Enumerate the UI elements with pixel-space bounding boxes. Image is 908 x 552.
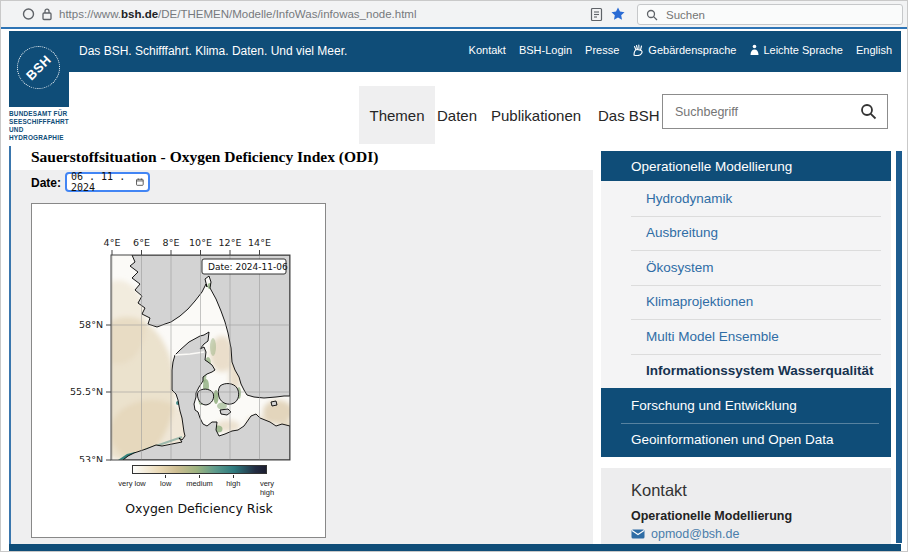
shield-permissions-icon[interactable]	[22, 7, 35, 21]
url-path: /DE/THEMEN/Modelle/InfoWas/infowas_node.…	[158, 8, 416, 20]
header-tagline: Das BSH. Schifffahrt. Klima. Daten. Und …	[79, 44, 347, 58]
odi-map-figure: Date: 2024-11-06 4°E 6°E 8°E 10°E 12°E 1…	[31, 203, 326, 538]
colorbar-title: Oxygen Deficiency Risk	[69, 501, 329, 516]
easy-language-icon	[749, 44, 760, 56]
risk-colorbar	[132, 465, 267, 474]
search-submit-icon[interactable]	[860, 103, 877, 120]
contact-email-link[interactable]: opmod@bsh.de	[631, 527, 891, 541]
top-link-english[interactable]: English	[856, 44, 892, 56]
bsh-logo-caption: BUNDESAMT FÜR SEESCHIFFFAHRT UND HYDROGR…	[9, 110, 79, 142]
browser-search-input[interactable]	[664, 8, 864, 22]
url-bar[interactable]: https://www.bsh.de/DE/THEMEN/Modelle/Inf…	[59, 8, 417, 20]
top-link-bsh-login[interactable]: BSH-Login	[519, 44, 572, 56]
svg-text:58°N: 58°N	[79, 319, 103, 330]
envelope-icon	[631, 529, 645, 539]
browser-search-field[interactable]	[637, 4, 903, 25]
top-link-presse[interactable]: Presse	[585, 44, 619, 56]
nav-tab-das-bsh[interactable]: Das BSH	[598, 86, 660, 144]
top-link-gebaerdensprache[interactable]: Gebärdensprache	[632, 44, 736, 56]
bsh-logo-text: BSH	[23, 52, 54, 83]
sidebar-bottom-sections: Forschung und Entwicklung Geoinformation…	[601, 388, 891, 457]
contact-email-text: opmod@bsh.de	[651, 527, 739, 541]
svg-text:Date: 2024-11-06: Date: 2024-11-06	[208, 262, 288, 272]
colorbar-tick	[233, 475, 234, 478]
bookmark-star-icon[interactable]	[610, 6, 626, 22]
odi-map-plot: Date: 2024-11-06 4°E 6°E 8°E 10°E 12°E 1…	[32, 204, 325, 462]
colorbar-labels: very low low medium high very high	[132, 480, 267, 498]
sidebar-header-operationelle-modellierung[interactable]: Operationelle Modellierung	[601, 151, 891, 181]
sidebar-section-geoinformationen-open-data[interactable]: Geoinformationen und Open Data	[601, 423, 891, 458]
url-domain: bsh.de	[121, 8, 158, 20]
date-label: Date:	[31, 176, 61, 190]
sidebar-item-oekosystem[interactable]: Ökosystem	[601, 250, 891, 285]
contact-box: Kontakt Operationelle Modellierung opmod…	[601, 468, 891, 544]
sidebar-item-ausbreitung[interactable]: Ausbreitung	[601, 216, 891, 251]
map-lon-axis: 4°E 6°E 8°E 10°E 12°E 14°E	[104, 237, 271, 248]
nav-tab-themen[interactable]: Themen	[359, 86, 435, 144]
top-link-kontakt[interactable]: Kontakt	[469, 44, 506, 56]
search-icon	[646, 9, 658, 21]
sign-language-icon	[632, 44, 645, 56]
lock-icon[interactable]	[41, 7, 53, 21]
svg-text:10°E: 10°E	[189, 237, 212, 248]
svg-text:6°E: 6°E	[133, 237, 150, 248]
nav-tab-publikationen[interactable]: Publikationen	[491, 86, 581, 144]
date-input[interactable]: 06 . 11 . 2024	[65, 172, 150, 192]
sidebar-item-hydrodynamik[interactable]: Hydrodynamik	[601, 181, 891, 216]
sidebar-item-multi-model-ensemble[interactable]: Multi Model Ensemble	[601, 319, 891, 354]
browser-window: https://www.bsh.de/DE/THEMEN/Modelle/Inf…	[0, 0, 908, 552]
sidebar-section-forschung-und-entwicklung[interactable]: Forschung und Entwicklung	[601, 388, 891, 423]
svg-text:53°N: 53°N	[79, 454, 103, 462]
top-link-leichte-sprache[interactable]: Leichte Sprache	[749, 44, 843, 56]
nav-tab-daten[interactable]: Daten	[437, 86, 477, 144]
svg-text:55.5°N: 55.5°N	[70, 386, 103, 397]
header-top-links: Kontakt BSH-Login Presse Gebärdensprache…	[469, 44, 892, 56]
svg-text:12°E: 12°E	[219, 237, 242, 248]
map-date-annotation: Date: 2024-11-06	[202, 259, 288, 274]
contact-group: Operationelle Modellierung	[631, 509, 891, 523]
svg-text:14°E: 14°E	[248, 237, 271, 248]
footer-bar	[9, 544, 901, 552]
site-search-box	[662, 94, 888, 129]
sidebar-item-informationssystem-wasserqualitaet[interactable]: Informationssystem Wasserqualität	[601, 354, 891, 389]
bsh-logo[interactable]: BSH	[9, 31, 69, 107]
reader-mode-icon[interactable]	[590, 7, 603, 22]
bsh-logo-circle: BSH	[17, 46, 60, 89]
browser-toolbar: https://www.bsh.de/DE/THEMEN/Modelle/Inf…	[1, 1, 908, 29]
page-scrollbar[interactable]	[896, 151, 902, 543]
page-title: Sauerstoffsituation - Oxygen Deficiency …	[31, 148, 378, 166]
url-prefix: https://www.	[59, 8, 121, 20]
site-search-input[interactable]	[673, 104, 860, 120]
colorbar-tick	[165, 475, 166, 478]
calendar-icon[interactable]	[136, 177, 144, 187]
svg-text:8°E: 8°E	[163, 237, 180, 248]
contact-heading: Kontakt	[631, 481, 891, 500]
sidebar-item-klimaprojektionen[interactable]: Klimaprojektionen	[601, 285, 891, 320]
map-lat-axis: 58°N 55.5°N 53°N	[70, 319, 103, 462]
sidebar-menu: Hydrodynamik Ausbreitung Ökosystem Klima…	[601, 181, 891, 388]
svg-text:4°E: 4°E	[104, 237, 121, 248]
date-value: 06 . 11 . 2024	[71, 171, 136, 193]
colorbar-tick	[199, 475, 200, 478]
